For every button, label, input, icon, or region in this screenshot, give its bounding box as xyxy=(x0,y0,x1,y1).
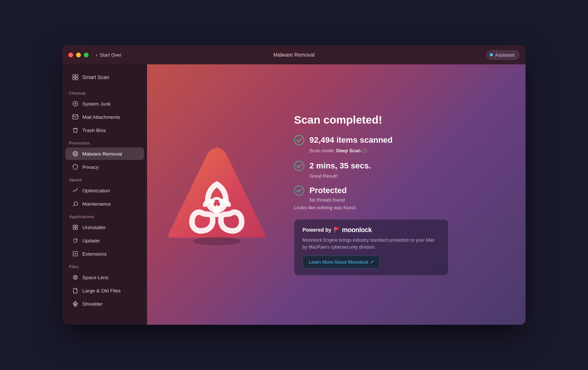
biohazard-illustration xyxy=(162,139,272,250)
section-label-applications: Applications xyxy=(62,211,147,220)
title-bar: ‹ Start Over Malware Removal Assistant xyxy=(62,45,526,64)
svg-rect-0 xyxy=(73,75,75,77)
minimize-button[interactable] xyxy=(76,53,81,57)
svg-rect-2 xyxy=(73,78,75,80)
sidebar-item-uninstaller[interactable]: Uninstaller xyxy=(65,221,144,234)
sidebar-item-optimization[interactable]: Optimization xyxy=(65,184,144,197)
privacy-label: Privacy xyxy=(82,164,98,170)
sidebar-item-large-old-files[interactable]: Large & Old Files xyxy=(65,284,144,297)
sidebar-item-system-junk[interactable]: System Junk xyxy=(65,97,144,110)
sidebar-item-privacy[interactable]: Privacy xyxy=(65,161,144,173)
assistant-label: Assistant xyxy=(495,52,514,58)
updater-icon xyxy=(72,237,79,244)
svg-point-12 xyxy=(74,275,78,280)
large-files-icon xyxy=(72,287,79,294)
back-button[interactable]: ‹ Start Over xyxy=(96,52,122,58)
back-label: Start Over xyxy=(100,52,121,58)
sidebar-section-applications: Applications Uninstaller xyxy=(62,211,147,260)
sidebar-item-updater[interactable]: Updater xyxy=(65,234,144,247)
privacy-icon xyxy=(72,164,79,170)
section-label-cleanup: Cleanup xyxy=(62,87,147,97)
title-bar-right: Assistant xyxy=(486,50,520,60)
biohazard-area xyxy=(147,64,287,325)
shredder-label: Shredder xyxy=(82,301,103,307)
shredder-icon xyxy=(72,300,79,307)
scan-mode-text: Scan mode: Deep Scan ⓘ xyxy=(309,147,511,154)
sidebar-item-space-lens[interactable]: Space Lens xyxy=(65,271,144,284)
malware-removal-label: Malware Removal xyxy=(82,151,122,157)
moonlock-description: Moonlock Engine brings industry standard… xyxy=(302,237,440,251)
sidebar-item-maintenance[interactable]: Maintenance xyxy=(65,198,144,210)
learn-more-label: Learn More About Moonlock ↗ xyxy=(309,259,374,265)
optimization-label: Optimization xyxy=(82,188,110,193)
smart-scan-label: Smart Scan xyxy=(82,74,109,80)
sidebar-item-trash-bins[interactable]: Trash Bins xyxy=(65,124,144,136)
svg-rect-8 xyxy=(76,225,78,227)
mail-attachments-label: Mail Attachments xyxy=(82,114,120,120)
maximize-button[interactable] xyxy=(84,53,89,57)
svg-rect-3 xyxy=(76,78,78,80)
space-lens-icon xyxy=(72,274,79,281)
uninstaller-label: Uninstaller xyxy=(82,225,106,230)
no-threats-text: No threats found xyxy=(309,197,511,203)
info-icon: ⓘ xyxy=(362,148,367,153)
optimization-icon xyxy=(72,187,79,194)
app-window: ‹ Start Over Malware Removal Assistant xyxy=(62,45,526,325)
sidebar-item-mail-attachments[interactable]: Mail Attachments xyxy=(65,111,144,123)
sidebar-item-malware-removal[interactable]: Malware Removal xyxy=(65,147,144,160)
extensions-label: Extensions xyxy=(82,251,107,257)
svg-point-17 xyxy=(193,237,241,245)
svg-point-20 xyxy=(294,186,304,195)
malware-icon xyxy=(72,150,79,157)
section-label-files: Files xyxy=(62,261,147,270)
space-lens-label: Space Lens xyxy=(82,275,108,280)
sidebar-section-cleanup: Cleanup System Junk xyxy=(62,87,147,136)
svg-point-18 xyxy=(294,135,304,145)
sidebar-item-extensions[interactable]: Extensions xyxy=(65,248,144,260)
section-label-protection: Protection xyxy=(62,137,147,147)
updater-label: Updater xyxy=(82,238,100,243)
sidebar-section-protection: Protection Malware Removal xyxy=(62,137,147,173)
scan-time-text: 2 mins, 35 secs. xyxy=(309,161,371,171)
items-scanned-row: 92,494 items scanned xyxy=(294,135,511,145)
mail-icon xyxy=(72,114,79,120)
trash-bins-label: Trash Bins xyxy=(82,128,106,133)
assistant-button[interactable]: Assistant xyxy=(486,50,520,60)
scan-time-row: 2 mins, 35 secs. xyxy=(294,161,511,171)
uninstaller-icon xyxy=(72,224,79,231)
check-icon-time xyxy=(294,161,304,171)
section-label-speed: Speed xyxy=(62,174,147,184)
sidebar-item-smart-scan[interactable]: Smart Scan xyxy=(65,70,144,84)
smart-scan-icon xyxy=(72,74,79,81)
system-junk-label: System Junk xyxy=(82,101,111,107)
sidebar-section-files: Files Space Lens xyxy=(62,261,147,310)
scan-completed-title: Scan completed! xyxy=(294,114,511,126)
svg-rect-10 xyxy=(76,228,78,230)
check-icon-items xyxy=(294,135,304,145)
svg-rect-9 xyxy=(73,228,75,230)
moonlock-flag-icon: 🚩 xyxy=(334,227,340,233)
trash-icon xyxy=(72,127,79,134)
sidebar: Smart Scan Cleanup System Junk xyxy=(62,64,147,325)
window-title: Malware Removal xyxy=(273,52,315,58)
moonlock-header: Powered by 🚩 moonlock xyxy=(302,226,440,234)
svg-point-13 xyxy=(75,277,76,278)
sidebar-item-shredder[interactable]: Shredder xyxy=(65,298,144,310)
check-icon-protected xyxy=(294,185,304,196)
svg-rect-1 xyxy=(76,75,78,77)
system-junk-icon xyxy=(72,100,79,107)
sidebar-section-speed: Speed Optimization Maintena xyxy=(62,174,147,210)
items-scanned-text: 92,494 items scanned xyxy=(309,135,392,145)
moonlock-logo: moonlock xyxy=(342,226,372,234)
back-chevron-icon: ‹ xyxy=(96,52,97,58)
learn-more-button[interactable]: Learn More About Moonlock ↗ xyxy=(302,256,380,268)
nothing-found-text: Looks like nothing was found. xyxy=(294,205,511,210)
scan-mode-value: Deep Scan xyxy=(336,148,361,153)
maintenance-icon xyxy=(72,200,79,207)
main-content: Scan completed! 92,494 items scanned Sca… xyxy=(147,64,526,325)
svg-rect-7 xyxy=(73,225,75,227)
protected-row: Protected xyxy=(294,185,511,196)
powered-by-label: Powered by xyxy=(302,227,331,233)
moonlock-card: Powered by 🚩 moonlock Moonlock Engine br… xyxy=(294,219,448,276)
close-button[interactable] xyxy=(68,53,73,57)
